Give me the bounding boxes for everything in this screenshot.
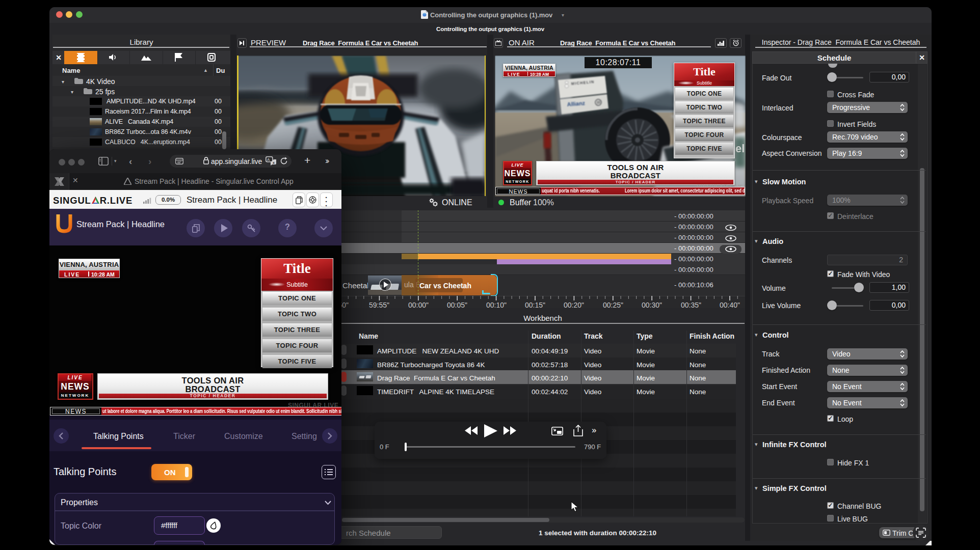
svg-text:x: x — [273, 161, 275, 164]
svg-text:A: A — [267, 157, 270, 162]
